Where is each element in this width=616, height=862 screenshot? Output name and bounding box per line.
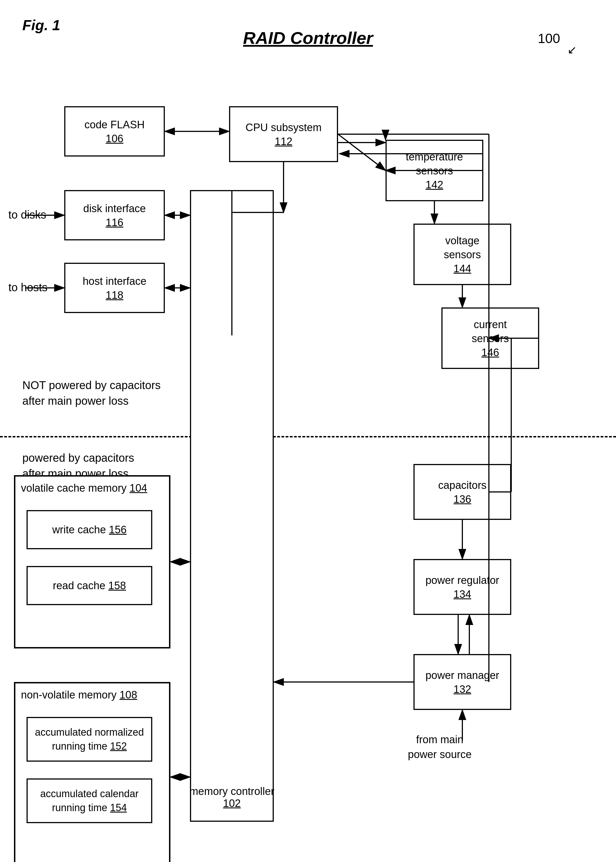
voltage-sensors-box: voltagesensors 144	[413, 223, 511, 285]
to-disks-label: to disks	[8, 207, 46, 222]
volatile-cache-label: volatile cache memory 104	[21, 482, 147, 494]
power-manager-box: power manager 132	[413, 654, 511, 710]
diagram-title: RAID Controller	[243, 28, 373, 48]
non-volatile-outer-box: non-volatile memory 108 accumulated norm…	[14, 682, 170, 862]
power-regulator-box: power regulator 134	[413, 559, 511, 615]
svg-line-10	[338, 134, 385, 170]
code-flash-box: code FLASH 106	[64, 106, 165, 157]
dashed-separator	[0, 436, 616, 437]
read-cache-box: read cache 158	[27, 566, 152, 605]
write-cache-box: write cache 156	[27, 510, 152, 549]
cpu-subsystem-box: CPU subsystem 112	[229, 106, 338, 162]
to-hosts-label: to hosts	[8, 280, 47, 295]
non-volatile-label: non-volatile memory 108	[21, 689, 137, 701]
current-sensors-box: currentsensors 146	[442, 307, 539, 369]
not-powered-label: NOT powered by capacitorsafter main powe…	[22, 378, 160, 409]
accum-cal-box: accumulated calendarrunning time 154	[27, 779, 152, 823]
volatile-cache-outer-box: volatile cache memory 104 write cache 15…	[14, 475, 170, 648]
ref-arrow: ↙	[567, 43, 577, 56]
from-main-label: from mainpower source	[408, 732, 471, 762]
ref-number: 100	[538, 31, 560, 46]
temperature-sensors-box: temperaturesensors 142	[385, 140, 483, 201]
memory-controller-box: memory controller 102	[190, 190, 274, 822]
accum-norm-box: accumulated normalizedrunning time 152	[27, 717, 152, 762]
disk-interface-box: disk interface 116	[64, 190, 165, 241]
host-interface-box: host interface 118	[64, 263, 165, 313]
fig-label: Fig. 1	[22, 17, 60, 33]
capacitors-box: capacitors 136	[413, 464, 511, 520]
